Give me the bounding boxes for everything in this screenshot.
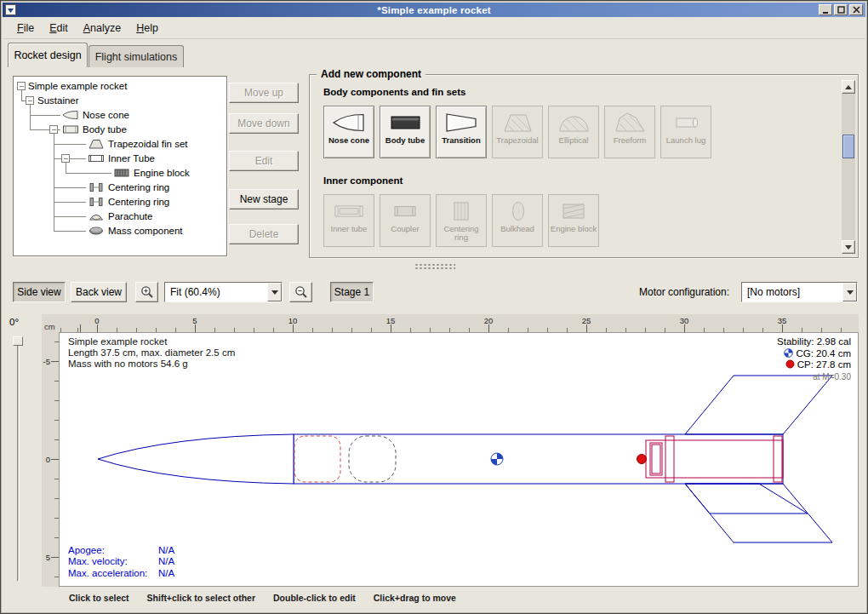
body-components-label: Body components and fin sets xyxy=(323,87,465,97)
launch-lug-icon xyxy=(669,111,703,135)
title-bar[interactable]: *Simple example rocket xyxy=(3,3,865,17)
motor-dropdown-button[interactable] xyxy=(842,283,857,301)
fin-upper-shape[interactable] xyxy=(685,376,832,434)
cg-icon xyxy=(784,348,793,358)
inner-component-label: Inner component xyxy=(323,175,403,186)
ruler-label: 20 xyxy=(484,316,494,325)
slider-groove xyxy=(17,343,20,582)
engine-block-icon xyxy=(557,199,591,223)
elliptical-fin-icon xyxy=(557,111,591,135)
tree-item-centering-ring-1[interactable]: Centering ring xyxy=(108,182,169,192)
tree-item-parachute[interactable]: Parachute xyxy=(108,211,152,221)
menu-analyze[interactable]: Analyze xyxy=(76,20,128,37)
body-tube-icon xyxy=(388,111,422,135)
scrollbar-thumb[interactable] xyxy=(842,135,854,158)
motor-configuration-select[interactable]: [No motors] xyxy=(741,282,858,302)
add-component-group: Add new component Body components and fi… xyxy=(309,74,859,258)
ruler-label: 10 xyxy=(288,316,298,325)
ruler-label: 30 xyxy=(680,316,689,325)
delete-button: Delete xyxy=(229,224,299,244)
cp-marker[interactable] xyxy=(637,455,647,464)
component-button-launch-lug: Launch lug xyxy=(660,106,711,158)
max-acceleration-value: N/A xyxy=(158,568,174,578)
ruler-label: 5 xyxy=(192,316,197,325)
scroll-up-button[interactable] xyxy=(842,80,855,94)
tree-item-rocket[interactable]: Simple example rocket xyxy=(28,81,128,91)
tree-item-inner-tube[interactable]: Inner Tube xyxy=(108,153,155,164)
new-stage-button[interactable]: New stage xyxy=(229,189,299,209)
component-button-body-tube[interactable]: Body tube xyxy=(380,106,431,158)
hint-double-click: Double-click to edit xyxy=(273,593,356,603)
rocket-dimensions: Length 37.5 cm, max. diameter 2.5 cm xyxy=(68,347,235,359)
inner-component-row: Inner tube Coupler Centering ring Bulkhe… xyxy=(323,194,599,247)
side-view-button[interactable]: Side view xyxy=(13,282,66,302)
body-tube-shape[interactable] xyxy=(294,434,783,484)
zoom-dropdown-button[interactable] xyxy=(267,283,282,301)
hint-click-select: Click to select xyxy=(69,593,129,603)
mach-condition: at M=0.30 xyxy=(777,371,851,383)
nose-cone-shape[interactable] xyxy=(98,434,294,484)
tab-rocket-design[interactable]: Rocket design xyxy=(8,43,88,67)
tree-expander-inner-tube[interactable] xyxy=(62,155,70,163)
ruler-label: 15 xyxy=(386,316,396,325)
tree-item-centering-ring-2[interactable]: Centering ring xyxy=(108,197,169,207)
zoom-select[interactable]: Fit (60.4%) xyxy=(164,282,283,302)
component-tree[interactable]: Simple example rocket Sustainer Nose con… xyxy=(13,76,227,256)
menu-edit[interactable]: Edit xyxy=(42,20,76,37)
arrow-down-icon xyxy=(845,245,852,250)
back-view-button[interactable]: Back view xyxy=(71,282,127,302)
component-button-nose-cone[interactable]: Nose cone xyxy=(323,106,374,158)
rotation-slider[interactable] xyxy=(12,335,24,583)
move-up-button: Move up xyxy=(229,83,299,103)
tree-expander-sustainer[interactable] xyxy=(26,97,34,105)
minimize-button[interactable] xyxy=(819,4,832,15)
apogee-label: Apogee: xyxy=(68,545,158,557)
component-button-transition[interactable]: Transition xyxy=(436,106,487,158)
apogee-value: N/A xyxy=(158,545,174,555)
arrow-up-icon xyxy=(845,85,852,89)
cp-value: CP: 27.8 cm xyxy=(797,359,851,370)
coupler-icon xyxy=(388,199,422,223)
tree-item-nose-cone[interactable]: Nose cone xyxy=(83,110,129,120)
tree-item-fin-set[interactable]: Trapezoidal fin set xyxy=(108,139,188,149)
rotation-value: 0° xyxy=(9,317,19,327)
tree-item-body-tube[interactable]: Body tube xyxy=(83,124,127,135)
stability-info: Stability: 2.98 cal CG: 20.4 cm CP: 27.8… xyxy=(777,336,851,382)
tree-expander-body-tube[interactable] xyxy=(50,126,58,134)
zoom-in-button[interactable] xyxy=(135,282,158,302)
ruler-label: 0 xyxy=(46,455,50,464)
component-button-engine-block: Engine block xyxy=(548,194,599,247)
stability-value: Stability: 2.98 cal xyxy=(777,336,851,348)
menu-file[interactable]: File xyxy=(9,20,42,37)
flight-info: Apogee:N/A Max. velocity:N/A Max. accele… xyxy=(68,545,174,580)
menu-help[interactable]: Help xyxy=(128,20,166,37)
cg-value: CG: 20.4 cm xyxy=(796,348,851,359)
hint-shift-click: Shift+click to select other xyxy=(147,593,256,603)
freeform-fin-icon xyxy=(613,111,647,135)
cg-marker[interactable] xyxy=(491,453,503,465)
tree-item-mass-component[interactable]: Mass component xyxy=(108,226,183,236)
scroll-down-button[interactable] xyxy=(842,240,855,254)
max-velocity-value: N/A xyxy=(158,556,174,566)
slider-thumb[interactable] xyxy=(13,336,23,346)
stage1-toggle-button[interactable]: Stage 1 xyxy=(330,282,374,302)
rocket-canvas[interactable]: Simple example rocket Length 37.5 cm, ma… xyxy=(59,333,859,587)
tab-flight-simulations[interactable]: Flight simulations xyxy=(89,45,184,67)
close-button[interactable] xyxy=(849,4,863,15)
motor-configuration-label: Motor configuration: xyxy=(639,286,729,298)
maximize-button[interactable] xyxy=(834,4,848,15)
component-scrollbar[interactable] xyxy=(842,80,855,254)
fin-lower-projected-shape[interactable] xyxy=(685,484,808,514)
app-icon[interactable] xyxy=(5,4,16,15)
tree-expander-root[interactable] xyxy=(18,83,26,90)
zoom-out-button[interactable] xyxy=(289,282,312,302)
zoom-in-icon xyxy=(140,285,154,299)
rocket-outline[interactable] xyxy=(98,376,832,542)
tree-item-sustainer[interactable]: Sustainer xyxy=(37,95,79,106)
engine-block-icon xyxy=(115,169,128,176)
max-velocity-label: Max. velocity: xyxy=(68,556,158,568)
tree-item-engine-block[interactable]: Engine block xyxy=(134,168,190,178)
inner-tube-icon xyxy=(332,199,366,223)
parachute-icon xyxy=(90,215,103,220)
splitter-handle[interactable] xyxy=(414,263,455,269)
